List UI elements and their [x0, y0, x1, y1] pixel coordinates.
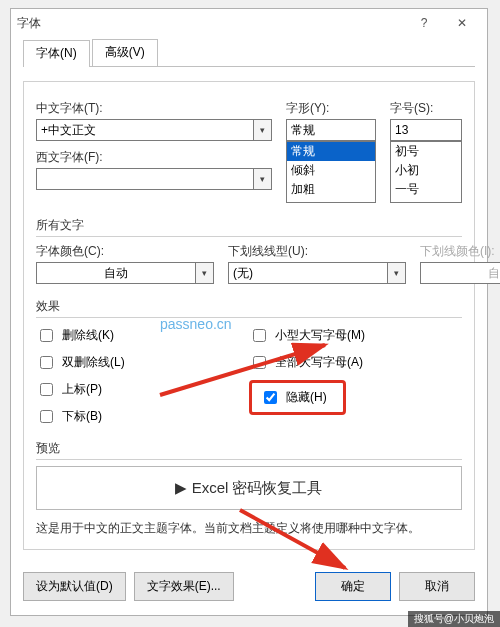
tab-advanced[interactable]: 高级(V): [92, 39, 158, 66]
checkbox-small-caps[interactable]: 小型大写字母(M): [249, 326, 365, 345]
footer: 设为默认值(D) 文字效果(E)... 确定 取消: [23, 572, 475, 601]
checkbox-subscript[interactable]: 下标(B): [36, 407, 249, 426]
checkbox-strike[interactable]: 删除线(K): [36, 326, 249, 345]
cjk-font-combo[interactable]: ▾: [36, 119, 272, 141]
underline-color-input: [420, 262, 500, 284]
preview-text: ▶ Excel 密码恢复工具: [175, 479, 322, 498]
highlight-box: 隐藏(H): [249, 380, 346, 415]
underline-style-input[interactable]: [228, 262, 388, 284]
chevron-down-icon[interactable]: ▾: [388, 262, 406, 284]
label-cjk-font: 中文字体(T):: [36, 100, 272, 117]
label-underline-color: 下划线颜色(I):: [420, 243, 500, 260]
label-preview: 预览: [36, 440, 462, 457]
tab-font[interactable]: 字体(N): [23, 40, 90, 67]
list-item[interactable]: 倾斜: [287, 161, 375, 180]
checkbox-superscript[interactable]: 上标(P): [36, 380, 249, 399]
font-size-list[interactable]: 初号 小初 一号: [390, 141, 462, 203]
font-color-combo[interactable]: ▾: [36, 262, 214, 284]
dialog-title: 字体: [17, 15, 405, 32]
checkbox-dbl-strike[interactable]: 双删除线(L): [36, 353, 249, 372]
chevron-down-icon[interactable]: ▾: [254, 119, 272, 141]
cancel-button[interactable]: 取消: [399, 572, 475, 601]
ok-button[interactable]: 确定: [315, 572, 391, 601]
list-item[interactable]: 加粗: [287, 180, 375, 199]
source-tag: 搜狐号@小贝炮泡: [408, 611, 500, 627]
font-style-input[interactable]: [286, 119, 376, 141]
font-size-input[interactable]: [390, 119, 462, 141]
label-font-color: 字体颜色(C):: [36, 243, 214, 260]
list-item[interactable]: 初号: [391, 142, 461, 161]
underline-color-combo: ▾: [420, 262, 500, 284]
description-text: 这是用于中文的正文主题字体。当前文档主题定义将使用哪种中文字体。: [36, 520, 462, 537]
help-button[interactable]: ?: [405, 12, 443, 34]
text-effects-button[interactable]: 文字效果(E)...: [134, 572, 234, 601]
label-western-font: 西文字体(F):: [36, 149, 272, 166]
font-dialog: 字体 ? ✕ 字体(N) 高级(V) 中文字体(T): ▾ 西文字体(F):: [10, 8, 488, 616]
checkbox-all-caps[interactable]: 全部大写字母(A): [249, 353, 363, 372]
preview-box: ▶ Excel 密码恢复工具: [36, 466, 462, 510]
cjk-font-input[interactable]: [36, 119, 254, 141]
western-font-combo[interactable]: ▾: [36, 168, 272, 190]
set-default-button[interactable]: 设为默认值(D): [23, 572, 126, 601]
font-color-input[interactable]: [36, 262, 196, 284]
list-item[interactable]: 常规: [287, 142, 375, 161]
chevron-down-icon[interactable]: ▾: [196, 262, 214, 284]
label-font-size: 字号(S):: [390, 100, 462, 117]
titlebar: 字体 ? ✕: [11, 9, 487, 37]
list-item[interactable]: 一号: [391, 180, 461, 199]
label-underline-style: 下划线线型(U):: [228, 243, 406, 260]
chevron-down-icon[interactable]: ▾: [254, 168, 272, 190]
list-item[interactable]: 小初: [391, 161, 461, 180]
label-all-text: 所有文字: [36, 217, 462, 234]
tab-bar: 字体(N) 高级(V): [23, 39, 475, 67]
label-font-style: 字形(Y):: [286, 100, 376, 117]
close-button[interactable]: ✕: [443, 12, 481, 34]
font-style-list[interactable]: 常规 倾斜 加粗: [286, 141, 376, 203]
underline-style-combo[interactable]: ▾: [228, 262, 406, 284]
checkbox-hidden[interactable]: 隐藏(H): [260, 388, 327, 407]
font-group: 中文字体(T): ▾ 西文字体(F): ▾ 字形(Y): 常规: [23, 81, 475, 550]
label-effects: 效果: [36, 298, 462, 315]
western-font-input[interactable]: [36, 168, 254, 190]
